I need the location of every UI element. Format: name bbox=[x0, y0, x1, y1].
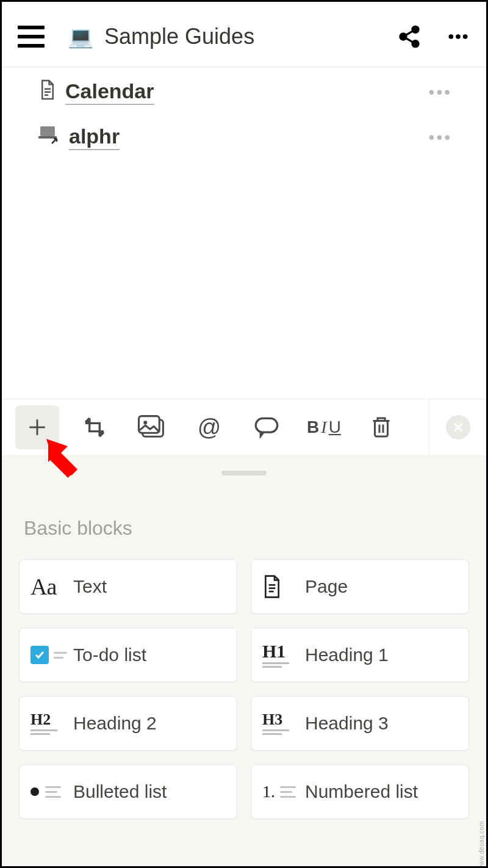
svg-rect-17 bbox=[139, 416, 160, 433]
number-icon: 1. bbox=[262, 782, 305, 801]
delete-button[interactable] bbox=[359, 405, 403, 449]
block-label: Heading 1 bbox=[305, 645, 389, 665]
svg-point-0 bbox=[412, 26, 418, 32]
bullet-icon bbox=[30, 786, 73, 798]
block-numbered[interactable]: 1. Numbered list bbox=[251, 764, 469, 819]
item-more-icon[interactable]: ••• bbox=[429, 128, 452, 147]
page-icon bbox=[262, 574, 305, 599]
more-icon[interactable] bbox=[446, 24, 470, 49]
menu-icon[interactable] bbox=[18, 26, 45, 48]
todo-icon bbox=[30, 646, 73, 664]
item-label: Calendar bbox=[65, 79, 154, 104]
block-label: Text bbox=[73, 576, 107, 597]
block-label: Heading 2 bbox=[73, 713, 157, 734]
laptop-link-icon bbox=[38, 125, 60, 150]
svg-line-3 bbox=[406, 31, 413, 35]
block-label: Page bbox=[305, 576, 348, 597]
document-icon bbox=[38, 79, 57, 106]
annotation-arrow bbox=[43, 438, 86, 489]
block-todo[interactable]: To-do list bbox=[19, 627, 237, 682]
block-h3[interactable]: H3 Heading 3 bbox=[251, 696, 469, 751]
h2-icon: H2 bbox=[30, 712, 73, 735]
text-icon: Aa bbox=[30, 573, 56, 600]
format-button[interactable]: BIU bbox=[302, 405, 346, 449]
add-image-button[interactable] bbox=[130, 405, 174, 449]
svg-point-7 bbox=[463, 34, 468, 39]
item-label: alphr bbox=[69, 125, 120, 150]
svg-point-5 bbox=[449, 34, 454, 39]
comment-button[interactable] bbox=[245, 405, 289, 449]
svg-point-6 bbox=[456, 34, 461, 39]
h3-icon: H3 bbox=[262, 712, 305, 735]
svg-rect-20 bbox=[375, 421, 388, 437]
sheet-drag-handle[interactable] bbox=[221, 471, 267, 476]
block-bulleted[interactable]: Bulleted list bbox=[19, 764, 237, 819]
section-header: Basic blocks bbox=[24, 517, 486, 540]
block-label: Heading 3 bbox=[305, 713, 389, 734]
list-item[interactable]: Calendar ••• bbox=[38, 70, 486, 115]
block-picker-sheet: Basic blocks Aa Text Page To-do list bbox=[2, 456, 486, 866]
mention-button[interactable]: @ bbox=[187, 405, 231, 449]
item-more-icon[interactable]: ••• bbox=[429, 82, 452, 102]
header-bar: 💻 Sample Guides bbox=[2, 2, 486, 67]
list-item[interactable]: alphr ••• bbox=[38, 115, 486, 160]
watermark: www.deuaq.com bbox=[478, 821, 485, 868]
svg-rect-11 bbox=[40, 126, 55, 136]
block-h2[interactable]: H2 Heading 2 bbox=[19, 696, 237, 751]
block-h1[interactable]: H1 Heading 1 bbox=[251, 627, 469, 682]
share-icon[interactable] bbox=[397, 24, 422, 49]
svg-rect-19 bbox=[256, 418, 278, 432]
page-title: Sample Guides bbox=[104, 24, 397, 49]
block-label: To-do list bbox=[73, 645, 146, 665]
page-emoji-icon: 💻 bbox=[68, 24, 93, 49]
svg-line-4 bbox=[406, 38, 413, 43]
block-page[interactable]: Page bbox=[251, 559, 469, 614]
h1-icon: H1 bbox=[262, 642, 305, 668]
block-text[interactable]: Aa Text bbox=[19, 559, 237, 614]
svg-point-18 bbox=[143, 421, 147, 424]
svg-point-2 bbox=[412, 41, 418, 47]
svg-point-1 bbox=[400, 34, 406, 40]
block-label: Bulleted list bbox=[73, 781, 167, 802]
page-content: Calendar ••• alphr ••• bbox=[2, 67, 486, 160]
close-toolbar-button[interactable] bbox=[429, 399, 486, 456]
block-label: Numbered list bbox=[305, 781, 418, 802]
